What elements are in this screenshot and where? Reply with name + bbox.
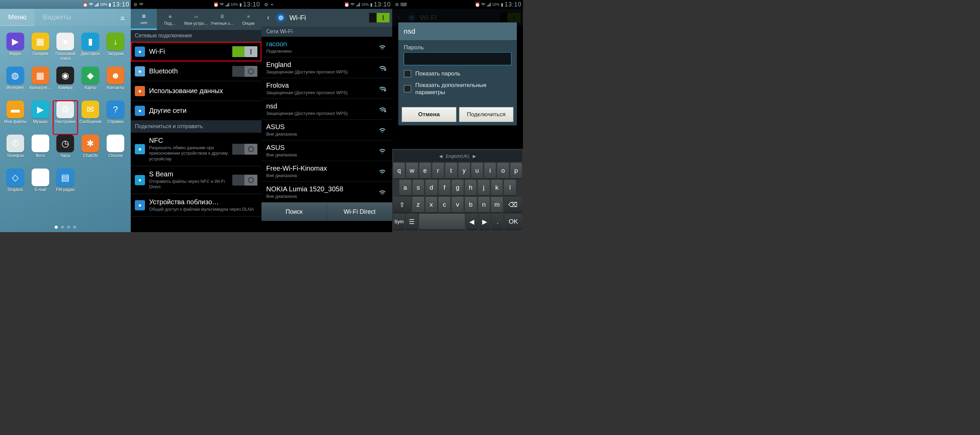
key[interactable]: v bbox=[452, 197, 463, 212]
app-icon-видео[interactable]: ▶Видео bbox=[3, 33, 28, 67]
password-input[interactable] bbox=[404, 53, 511, 65]
page-dot[interactable] bbox=[61, 226, 64, 228]
key[interactable]: t bbox=[445, 163, 457, 178]
key[interactable]: k bbox=[491, 180, 503, 195]
key[interactable]: r bbox=[432, 163, 444, 178]
key[interactable]: h bbox=[465, 180, 477, 195]
key[interactable]: n bbox=[478, 197, 490, 212]
wifi-network-row[interactable]: Free-Wi-Fi-KinomaxВне диапазона bbox=[261, 161, 392, 182]
settings-row[interactable]: ●Wi-Fi bbox=[131, 42, 261, 62]
settings-row[interactable]: ●NFCРазрешить обмен данными при прикосно… bbox=[131, 132, 261, 166]
key[interactable]: f bbox=[439, 180, 450, 195]
app-icon-часы[interactable]: ◷Часы bbox=[53, 135, 78, 169]
shift-key[interactable]: ⇧ bbox=[393, 197, 411, 212]
key[interactable]: w bbox=[406, 163, 418, 178]
settings-row[interactable]: ●Устройства поблизо…Общий доступ к файла… bbox=[131, 194, 261, 217]
wifi-network-row[interactable]: NOKIA Lumia 1520_3058Вне диапазона bbox=[261, 182, 392, 202]
key[interactable]: e bbox=[419, 163, 431, 178]
key[interactable]: d bbox=[425, 180, 438, 195]
settings-tab[interactable]: ▦ния bbox=[131, 9, 157, 30]
app-icon-телефон[interactable]: ✆Телефон bbox=[3, 135, 28, 169]
app-icon-камера[interactable]: ◉Камера bbox=[53, 67, 78, 100]
key[interactable]: q bbox=[393, 163, 405, 178]
key[interactable]: p bbox=[511, 163, 522, 178]
key[interactable]: ◀ bbox=[466, 214, 478, 229]
backspace-key[interactable]: ⌫ bbox=[504, 197, 522, 212]
app-icon-сообщения[interactable]: ✉Сообщения bbox=[78, 100, 103, 135]
app-icon-e-mail[interactable]: ✉E-mail bbox=[28, 169, 53, 202]
key[interactable]: j bbox=[478, 180, 490, 195]
wifi-network-row[interactable]: nsdЗащищенная (Доступен протокол WPS) bbox=[261, 99, 392, 120]
key[interactable]: s bbox=[412, 180, 425, 195]
sym-key[interactable]: Sym bbox=[393, 214, 405, 229]
settings-row[interactable]: ●Bluetooth bbox=[131, 62, 261, 81]
key[interactable]: . bbox=[492, 214, 503, 229]
key[interactable]: a bbox=[399, 180, 411, 195]
app-icon-dropbox[interactable]: ◇Dropbox bbox=[3, 169, 28, 202]
app-icon-фото[interactable]: ◆Фото bbox=[28, 135, 53, 169]
wifi-toggle[interactable] bbox=[369, 13, 390, 22]
app-icon-диктофон[interactable]: ▮Диктофон bbox=[78, 33, 103, 67]
wifi-network-row[interactable]: FrolovaЗащищенная (Доступен протокол WPS… bbox=[261, 78, 392, 99]
key[interactable]: y bbox=[458, 163, 470, 178]
page-dot[interactable] bbox=[67, 226, 70, 228]
key[interactable]: g bbox=[452, 180, 463, 195]
connect-button[interactable]: Подключиться bbox=[459, 107, 514, 122]
page-dot[interactable] bbox=[55, 226, 58, 229]
key[interactable]: m bbox=[491, 197, 503, 212]
wifi-network-row[interactable]: EnglandЗащищенная (Доступен протокол WPS… bbox=[261, 57, 392, 78]
key[interactable]: b bbox=[465, 197, 477, 212]
key[interactable]: l bbox=[504, 180, 516, 195]
toggle-switch[interactable] bbox=[232, 144, 258, 155]
wifi-network-row[interactable]: racoonПодключено bbox=[261, 37, 392, 57]
toggle-switch[interactable] bbox=[232, 175, 258, 186]
settings-row[interactable]: ●Другие сети bbox=[131, 101, 261, 121]
tab-widgets[interactable]: Виджеты bbox=[35, 9, 80, 26]
key[interactable]: ▶ bbox=[479, 214, 491, 229]
app-icon-мои-файлы[interactable]: ▬Мои файлы bbox=[3, 100, 28, 135]
app-icon-контакты[interactable]: ☻Контакты bbox=[103, 67, 128, 100]
app-icon-chrome[interactable]: ◉Chrome bbox=[103, 135, 128, 169]
key[interactable]: x bbox=[425, 197, 438, 212]
settings-key[interactable]: ☰ bbox=[406, 214, 418, 229]
app-icon-галерея[interactable]: ▦Галерея bbox=[28, 33, 53, 67]
settings-tab[interactable]: ≡Опции bbox=[235, 9, 261, 30]
back-icon[interactable]: ‹ bbox=[264, 14, 272, 22]
toggle-switch[interactable] bbox=[232, 66, 258, 77]
app-icon-загрузки[interactable]: ↓Загрузки bbox=[103, 33, 128, 67]
checkbox-icon[interactable] bbox=[404, 85, 411, 92]
settings-tab[interactable]: ☰Учетные з… bbox=[209, 9, 235, 30]
app-icon-fm-радио[interactable]: ▤FM-радио bbox=[53, 169, 78, 202]
app-icon-карты[interactable]: ◆Карты bbox=[78, 67, 103, 100]
settings-tab[interactable]: ▭Мое устро… bbox=[183, 9, 209, 30]
key[interactable]: z bbox=[412, 197, 424, 212]
search-button[interactable]: Поиск bbox=[261, 203, 327, 221]
app-icon-chaton[interactable]: ✱ChatON bbox=[78, 135, 103, 169]
app-icon-музыка[interactable]: ▶Музыка bbox=[28, 100, 53, 135]
show-password-row[interactable]: Показать пароль bbox=[404, 70, 511, 78]
app-icon-калькуля-[interactable]: ▦Калькуля… bbox=[28, 67, 53, 100]
key[interactable]: u bbox=[471, 163, 483, 178]
settings-row[interactable]: ●Использование данных bbox=[131, 81, 261, 101]
ok-key[interactable]: OK bbox=[504, 214, 522, 229]
app-icon-интернет[interactable]: ◍Интернет bbox=[3, 67, 28, 100]
toggle-switch[interactable] bbox=[232, 46, 258, 57]
checkbox-icon[interactable] bbox=[404, 70, 411, 78]
settings-row[interactable]: ●S BeamОтправить файлы через NFC и Wi-Fi… bbox=[131, 166, 261, 194]
keyboard-language[interactable]: English(UK) bbox=[446, 154, 469, 159]
cancel-button[interactable]: Отмена bbox=[402, 107, 457, 122]
app-icon-голосовой-поиск[interactable]: ●Голосовой поиск bbox=[53, 33, 78, 67]
wifi-network-row[interactable]: ASUSВне диапазона bbox=[261, 120, 392, 140]
tab-menu[interactable]: Меню bbox=[0, 9, 35, 26]
page-dot[interactable] bbox=[73, 226, 76, 228]
space-key[interactable] bbox=[419, 214, 465, 229]
wifi-direct-button[interactable]: Wi-Fi Direct bbox=[327, 203, 392, 221]
settings-tab[interactable]: ≋Под… bbox=[157, 9, 183, 30]
wifi-network-row[interactable]: ASUSВне диапазона bbox=[261, 140, 392, 161]
show-advanced-row[interactable]: Показать дополнительные параметры bbox=[404, 81, 511, 96]
key[interactable]: i bbox=[484, 163, 496, 178]
key[interactable]: c bbox=[438, 197, 450, 212]
download-button[interactable] bbox=[114, 9, 131, 26]
key[interactable]: o bbox=[497, 163, 509, 178]
app-icon-настройки[interactable]: ⚙Настройки bbox=[53, 100, 78, 135]
